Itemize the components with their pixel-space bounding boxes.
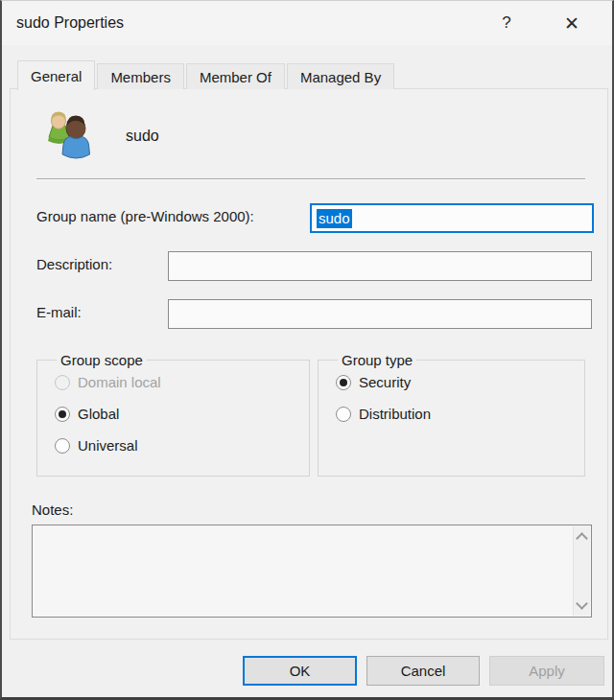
ok-button[interactable]: OK [243, 656, 357, 686]
description-label: Description: [36, 256, 112, 272]
tab-strip: General Members Member Of Managed By [17, 60, 396, 89]
email-input[interactable] [168, 299, 592, 329]
title-bar: sudo Properties ? ✕ [2, 1, 612, 45]
radio-security[interactable]: Security [336, 372, 584, 392]
sudo-properties-dialog: sudo Properties ? ✕ General Members Memb… [0, 0, 614, 700]
radio-circle-icon [336, 407, 351, 422]
separator-line [36, 178, 585, 180]
help-button[interactable]: ? [485, 1, 528, 45]
group-type-fieldset: Group type Security Distribution [318, 352, 585, 477]
tab-managed-by[interactable]: Managed By [287, 63, 394, 89]
description-input[interactable] [168, 251, 592, 281]
help-icon: ? [502, 13, 510, 33]
scroll-down-button[interactable] [574, 597, 590, 614]
tab-general[interactable]: General [17, 60, 95, 90]
scroll-up-button[interactable] [574, 528, 590, 545]
radio-distribution[interactable]: Distribution [336, 404, 584, 424]
close-icon: ✕ [564, 12, 579, 35]
notes-label: Notes: [32, 502, 73, 518]
group-scope-fieldset: Group scope Domain local Global Universa… [36, 352, 310, 477]
radio-domain-local: Domain local [55, 372, 309, 392]
email-label: E-mail: [36, 304, 82, 320]
radio-circle-icon [55, 438, 70, 454]
notes-textarea[interactable] [32, 525, 592, 618]
radio-global[interactable]: Global [55, 404, 309, 424]
close-button[interactable]: ✕ [551, 1, 593, 45]
radio-circle-icon [55, 407, 70, 422]
group-display-name: sudo [126, 128, 159, 145]
chevron-down-icon [576, 597, 588, 610]
cancel-button[interactable]: Cancel [366, 656, 480, 686]
group-name-label: Group name (pre-Windows 2000): [36, 208, 254, 224]
radio-circle-icon [55, 375, 70, 390]
group-scope-legend: Group scope [57, 352, 147, 368]
window-title: sudo Properties [16, 1, 124, 45]
tab-members[interactable]: Members [97, 63, 184, 89]
tab-member-of[interactable]: Member Of [186, 63, 285, 89]
group-name-input[interactable]: sudo [310, 203, 594, 233]
chevron-up-icon [576, 532, 588, 545]
radio-universal[interactable]: Universal [55, 435, 309, 455]
notes-scrollbar[interactable] [573, 526, 590, 616]
two-users-group-icon [39, 108, 101, 166]
group-type-legend: Group type [338, 352, 416, 368]
radio-circle-icon [336, 375, 351, 390]
selected-text: sudo [317, 209, 352, 228]
general-tab-page: sudo Group name (pre-Windows 2000): sudo… [10, 88, 608, 640]
apply-button: Apply [489, 656, 604, 686]
